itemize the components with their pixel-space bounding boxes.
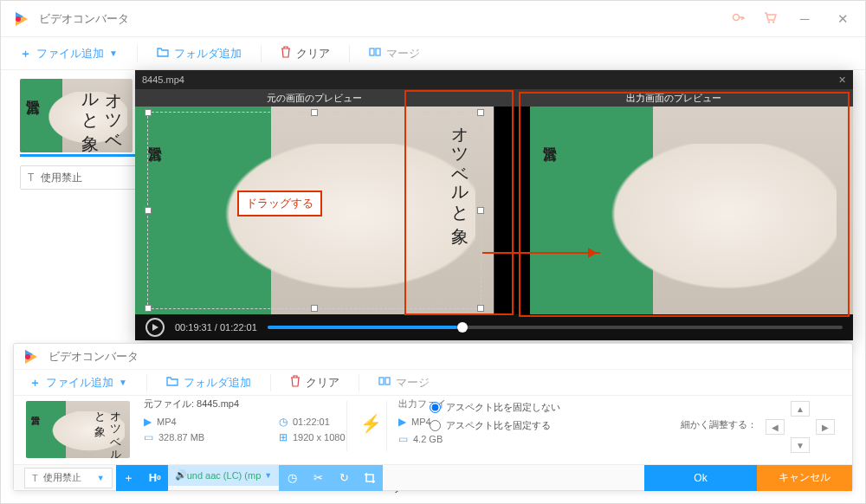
- crop-handle-n[interactable]: [311, 109, 318, 116]
- main-toolbar: ＋ ファイル追加 ▼ フォルダ追加 クリア マージ: [1, 37, 865, 70]
- annotation-arrow-right: [482, 252, 600, 254]
- dpad-down[interactable]: ▼: [791, 437, 810, 453]
- chevron-down-icon: ▼: [97, 474, 105, 482]
- dpad-left[interactable]: ◀: [766, 419, 785, 435]
- heading-button[interactable]: H0: [142, 465, 168, 491]
- label: 使用禁止: [43, 471, 81, 484]
- svg-point-3: [772, 21, 774, 23]
- svg-point-0: [16, 16, 21, 22]
- cart-icon[interactable]: [763, 10, 777, 28]
- playback-time: 00:19:31 / 01:22:01: [175, 322, 257, 333]
- trash-icon: [290, 375, 301, 390]
- add-folder-button[interactable]: フォルダ追加: [150, 42, 249, 65]
- crop-button[interactable]: [357, 465, 383, 491]
- lower-add-folder-button[interactable]: フォルダ追加: [159, 372, 258, 394]
- svg-rect-9: [385, 378, 390, 384]
- video-icon: ▶: [398, 416, 406, 428]
- minimize-button[interactable]: ─: [794, 11, 815, 26]
- label: Ok: [694, 472, 707, 484]
- plus-icon: ＋: [20, 46, 31, 61]
- lower-add-file-button[interactable]: ＋ ファイル追加 ▼: [23, 372, 134, 394]
- dpad-up[interactable]: ▲: [791, 401, 810, 417]
- radio[interactable]: [430, 420, 441, 431]
- refresh-button[interactable]: ↻: [331, 465, 357, 491]
- merge-icon: [369, 46, 381, 61]
- thumb-title: オツベルと象: [79, 81, 126, 152]
- svg-point-1: [734, 14, 740, 20]
- watermark-select[interactable]: T 使用禁止 ▼: [24, 468, 113, 488]
- label: ファイル追加: [46, 375, 113, 391]
- merge-label: マージ: [386, 46, 420, 61]
- watermark-button[interactable]: T 使用禁止: [20, 165, 137, 190]
- selection-bar: [20, 154, 137, 157]
- app-title: ビデオコンバータ: [39, 11, 129, 27]
- audio-track-label: und aac (LC) (mp: [187, 470, 262, 481]
- crop-handle-w[interactable]: [145, 207, 152, 214]
- chevron-down-icon: ▼: [109, 48, 118, 58]
- trash-icon: [281, 46, 291, 61]
- cancel-button[interactable]: キャンセル: [757, 465, 852, 491]
- aspect-unlock-radio[interactable]: アスペクト比を固定しない: [430, 401, 560, 414]
- chevron-down-icon: ▼: [119, 378, 127, 387]
- close-button[interactable]: ✕: [832, 11, 853, 27]
- add-folder-label: フォルダ追加: [174, 46, 242, 61]
- crop-handle-s[interactable]: [311, 305, 318, 312]
- fine-adjust-label: 細かく調整する：: [681, 418, 757, 431]
- timer-button[interactable]: ◷: [279, 465, 305, 491]
- label: アスペクト比を固定しない: [446, 401, 560, 414]
- separator: [146, 374, 147, 391]
- label: クリア: [306, 375, 339, 391]
- seek-knob[interactable]: [457, 322, 468, 333]
- audio-track-select[interactable]: 🔊 und aac (LC) (mp ▼: [168, 465, 280, 486]
- sound-icon: 🔊: [175, 469, 187, 481]
- file-list: オツベルと象 宮沢賢治 T 使用禁止: [20, 79, 137, 190]
- play-button[interactable]: [145, 318, 165, 337]
- lower-file-thumbnail[interactable]: オツベルと象 宮沢賢治: [26, 401, 130, 458]
- add-file-button[interactable]: ＋ ファイル追加 ▼: [13, 42, 125, 65]
- radio[interactable]: [430, 402, 441, 413]
- lower-window: ビデオコンバータ ＋ ファイル追加 ▼ フォルダ追加 クリア マージ オツベルと…: [13, 343, 853, 491]
- svg-rect-5: [376, 48, 380, 55]
- label: マージ: [396, 375, 430, 391]
- annotation-drag-text: ドラッグする: [237, 191, 322, 216]
- separator: [270, 374, 271, 391]
- bolt-icon: ⚡: [360, 413, 382, 434]
- svg-point-2: [768, 21, 770, 23]
- aspect-lock-radio[interactable]: アスペクト比を固定する: [430, 419, 560, 432]
- clock-icon: ◷: [279, 416, 288, 428]
- text-icon: T: [32, 473, 38, 483]
- merge-button[interactable]: マージ: [362, 42, 427, 65]
- resolution-value: 1920 x 1080: [293, 432, 346, 443]
- dpad-right[interactable]: ▶: [816, 419, 835, 435]
- folder-icon: [157, 46, 169, 61]
- crop-handle-sw[interactable]: [145, 305, 152, 312]
- seek-bar[interactable]: [268, 326, 843, 329]
- add-button[interactable]: ＋: [116, 465, 142, 491]
- clear-button[interactable]: クリア: [274, 42, 337, 65]
- text-icon: T: [28, 171, 34, 184]
- plus-icon: ＋: [29, 375, 41, 391]
- label: アスペクト比を固定する: [446, 419, 551, 432]
- key-icon[interactable]: [732, 10, 746, 28]
- folder-icon: [166, 375, 178, 390]
- svg-rect-8: [379, 378, 384, 384]
- lower-merge-button[interactable]: マージ: [372, 372, 436, 394]
- label: キャンセル: [779, 470, 830, 485]
- annotation-box-output: [519, 92, 850, 317]
- resolution-icon: ⊞: [279, 431, 288, 443]
- thumb-title: オツベルと象: [93, 404, 124, 458]
- file-thumbnail[interactable]: オツベルと象 宮沢賢治: [20, 79, 132, 152]
- separator: [359, 374, 359, 391]
- ok-button[interactable]: Ok: [644, 465, 757, 491]
- svg-point-7: [25, 354, 30, 359]
- app-logo-icon: [13, 10, 30, 28]
- video-icon: ▶: [144, 416, 152, 428]
- dialog-close-button[interactable]: ✕: [838, 74, 846, 86]
- separator: [349, 45, 350, 62]
- chevron-down-icon: ▼: [264, 471, 272, 480]
- lower-clear-button[interactable]: クリア: [283, 372, 346, 394]
- cut-button[interactable]: ✂: [305, 465, 331, 491]
- source-file-label: 元ファイル: 8445.mp4: [144, 397, 402, 410]
- crop-handle-nw[interactable]: [145, 109, 152, 116]
- divider: [386, 401, 387, 451]
